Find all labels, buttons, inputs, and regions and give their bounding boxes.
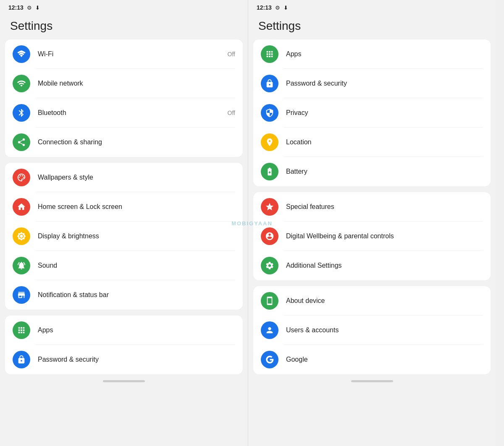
password-icon-circle-right (261, 75, 278, 92)
display-icon (17, 232, 26, 241)
about-card: About device Users & accounts Google (253, 286, 491, 374)
bluetooth-label: Bluetooth (38, 109, 224, 117)
about-device-label: About device (286, 297, 483, 305)
digital-wellbeing-icon-circle (261, 227, 278, 245)
display-card: Wallpapers & style Home screen & Lock sc… (5, 163, 243, 310)
privacy-label: Privacy (286, 109, 483, 117)
display-item[interactable]: Display & brightness (5, 222, 243, 251)
right-page-title: Settings (248, 15, 496, 39)
privacy-icon (265, 108, 274, 117)
users-accounts-item[interactable]: Users & accounts (253, 316, 491, 345)
google-label: Google (286, 356, 483, 363)
wifi-icon (17, 50, 26, 59)
users-accounts-label: Users & accounts (286, 326, 483, 334)
sound-icon-circle (13, 257, 30, 274)
location-icon-circle (261, 133, 278, 151)
notification-item[interactable]: Notification & status bar (5, 280, 243, 310)
left-status-bar: 12:13 ⚙ ⬇ (0, 0, 248, 15)
right-status-bar: 12:13 ⚙ ⬇ (248, 0, 496, 15)
bluetooth-value: Off (228, 110, 235, 116)
special-features-item[interactable]: Special features (253, 192, 491, 222)
password-icon-circle-left (13, 351, 30, 368)
battery-icon-circle (261, 163, 278, 180)
additional-settings-item[interactable]: Additional Settings (253, 251, 491, 280)
left-scroll: Wi-Fi Off Mobile network Bluetooth O (0, 39, 248, 446)
additional-settings-label: Additional Settings (286, 262, 483, 269)
battery-label: Battery (286, 168, 483, 175)
google-icon-circle (261, 351, 278, 368)
special-features-icon-circle (261, 198, 278, 216)
google-icon (265, 355, 274, 364)
privacy-icon-circle (261, 104, 278, 122)
apps-label-right: Apps (286, 50, 483, 58)
right-gear-icon: ⚙ (275, 5, 280, 11)
left-gear-icon: ⚙ (27, 5, 32, 11)
display-label: Display & brightness (38, 232, 235, 240)
sound-item[interactable]: Sound (5, 251, 243, 280)
connection-sharing-icon-circle (13, 133, 30, 151)
digital-wellbeing-item[interactable]: Digital Wellbeing & parental controls (253, 222, 491, 251)
features-card: Special features Digital Wellbeing & par… (253, 192, 491, 280)
additional-settings-icon (265, 261, 274, 270)
wifi-label: Wi-Fi (38, 50, 224, 58)
mobile-network-item[interactable]: Mobile network (5, 69, 243, 98)
location-item[interactable]: Location (253, 128, 491, 157)
sound-label: Sound (38, 262, 235, 269)
bluetooth-item[interactable]: Bluetooth Off (5, 98, 243, 128)
left-download-icon: ⬇ (35, 5, 40, 11)
sound-icon (17, 261, 26, 270)
wifi-icon-circle (13, 45, 30, 63)
battery-item[interactable]: Battery (253, 157, 491, 186)
digital-wellbeing-label: Digital Wellbeing & parental controls (286, 232, 483, 240)
home-lock-icon-circle (13, 198, 30, 216)
notification-icon (17, 290, 26, 300)
apps-icon-circle-left (13, 321, 30, 339)
connection-sharing-label: Connection & sharing (38, 138, 235, 146)
google-item[interactable]: Google (253, 345, 491, 374)
right-panel: 12:13 ⚙ ⬇ Settings Apps (248, 0, 496, 446)
bluetooth-icon-circle (13, 104, 30, 122)
privacy-item[interactable]: Privacy (253, 98, 491, 128)
mobile-network-icon (17, 79, 26, 88)
apps-item-right[interactable]: Apps (253, 39, 491, 69)
password-label-left: Password & security (38, 356, 235, 363)
apps-item-left[interactable]: Apps (5, 316, 243, 345)
location-label: Location (286, 138, 483, 146)
about-device-icon-circle (261, 292, 278, 310)
connection-sharing-icon (17, 138, 26, 147)
wifi-item[interactable]: Wi-Fi Off (5, 39, 243, 69)
users-accounts-icon-circle (261, 321, 278, 339)
notification-label: Notification & status bar (38, 291, 235, 299)
wallpapers-icon-circle (13, 169, 30, 186)
wallpapers-icon (17, 173, 26, 182)
right-download-icon: ⬇ (284, 5, 288, 11)
bottom-bar-right (351, 380, 393, 382)
home-lock-item[interactable]: Home screen & Lock screen (5, 192, 243, 222)
password-item-right[interactable]: Password & security (253, 69, 491, 98)
left-panel: 12:13 ⚙ ⬇ Settings Wi-Fi Off (0, 0, 248, 446)
apps-label-left: Apps (38, 326, 235, 334)
network-card: Wi-Fi Off Mobile network Bluetooth O (5, 39, 243, 157)
notification-icon-circle (13, 286, 30, 304)
apps-icon-right (265, 50, 274, 59)
bottom-bar-left (103, 380, 145, 382)
left-page-title: Settings (0, 15, 248, 39)
apps-icon-circle-right (261, 45, 278, 63)
about-device-icon (265, 296, 274, 305)
battery-icon (265, 167, 274, 176)
users-accounts-icon (265, 326, 274, 335)
password-item-left[interactable]: Password & security (5, 345, 243, 374)
additional-settings-icon-circle (261, 257, 278, 274)
password-icon-right (265, 79, 274, 88)
wifi-value: Off (228, 51, 235, 57)
right-time: 12:13 (257, 4, 272, 11)
left-time: 12:13 (8, 4, 24, 11)
home-lock-label: Home screen & Lock screen (38, 203, 235, 211)
password-label-right: Password & security (286, 80, 483, 87)
wallpapers-item[interactable]: Wallpapers & style (5, 163, 243, 192)
connection-sharing-item[interactable]: Connection & sharing (5, 128, 243, 157)
apps-card-left: Apps Password & security (5, 316, 243, 374)
location-icon (265, 138, 274, 147)
bluetooth-icon (17, 108, 26, 117)
about-device-item[interactable]: About device (253, 286, 491, 316)
